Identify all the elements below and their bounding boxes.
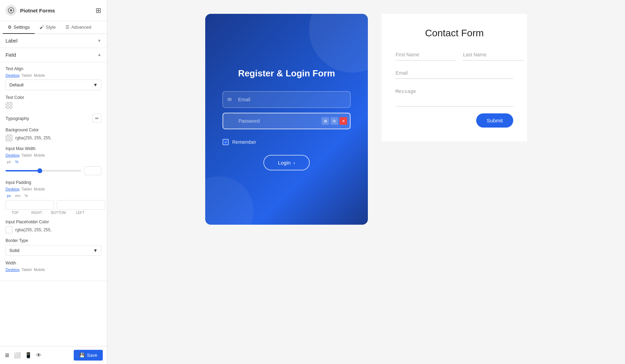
toolbar-icons: 🖥 ⬜ 📱 👁 (4, 352, 42, 358)
grid-icon[interactable]: ⊞ (96, 6, 101, 15)
background-color-label: Background Color (6, 128, 101, 132)
first-name-input[interactable] (396, 49, 456, 60)
field-section-body: Text Align Desktop Tablet Mobile Default… (0, 62, 107, 281)
desktop-icon[interactable]: 🖥 (4, 352, 10, 358)
unit-percent[interactable]: % (14, 159, 20, 164)
pad-device-desktop[interactable]: Desktop (6, 187, 19, 191)
last-name-group (463, 49, 524, 60)
copy-ctrl-btn[interactable]: ⧉ (330, 117, 338, 125)
border-dropdown-chevron: ▼ (93, 248, 98, 253)
input-max-width-label: Input Max Width (6, 146, 101, 151)
width-device-mobile[interactable]: Mobile (34, 268, 45, 272)
pad-unit-em[interactable]: em (14, 193, 22, 198)
register-form-card: Register & Login Form ✉ ⊞ ⧉ ✕ ✓ Remember… (205, 14, 368, 225)
imw-device-mobile[interactable]: Mobile (34, 153, 45, 157)
pad-device-tablet[interactable]: Tablet (21, 187, 31, 191)
typography-edit-btn[interactable]: ✏ (92, 114, 101, 123)
pad-unit-px[interactable]: px (6, 193, 12, 198)
text-align-label: Text Align (6, 66, 101, 71)
tab-style[interactable]: 🖌 Style (35, 21, 61, 34)
slider-input[interactable] (84, 166, 101, 175)
message-group (396, 86, 513, 106)
label-section-arrow: ▼ (97, 38, 101, 43)
remember-row: ✓ Remember (223, 139, 351, 145)
typography-row: Typography ✏ (6, 114, 101, 123)
left-panel: Piotnet Forms ⊞ ⚙ Settings 🖌 Style ☰ Adv… (0, 0, 107, 364)
email-input-wrapper: ✉ (223, 91, 351, 108)
width-device-tablet[interactable]: Tablet (21, 268, 31, 272)
panel-tabs: ⚙ Settings 🖌 Style ☰ Advanced (0, 21, 107, 34)
pad-unit-percent[interactable]: % (23, 193, 29, 198)
grid-ctrl-btn[interactable]: ⊞ (321, 117, 329, 125)
text-align-dropdown[interactable]: Default ▼ (6, 80, 101, 90)
contact-email-input[interactable] (396, 67, 513, 79)
input-padding-label: Input Padding (6, 180, 101, 185)
login-arrow-icon: › (293, 160, 295, 166)
settings-icon: ⚙ (8, 25, 12, 30)
background-color-field: Background Color rgba(255, 255, 255, (6, 128, 101, 141)
input-max-width-device-tabs: Desktop Tablet Mobile (6, 153, 101, 157)
pad-label-bottom: BOTTOM (49, 211, 68, 215)
preview-icon[interactable]: 👁 (36, 352, 42, 358)
contact-form-title: Contact Form (396, 28, 513, 39)
section-label[interactable]: Label ▼ (0, 34, 107, 48)
close-ctrl-btn[interactable]: ✕ (339, 117, 347, 125)
submit-row: Submit (396, 113, 513, 128)
width-device-tabs: Desktop Tablet Mobile (6, 268, 101, 272)
panel-header-left: Piotnet Forms (6, 5, 55, 16)
password-input-wrapper: ⊞ ⧉ ✕ (223, 113, 351, 129)
tab-advanced[interactable]: ☰ Advanced (61, 21, 96, 34)
style-icon: 🖌 (39, 25, 44, 30)
main-canvas: Register & Login Form ✉ ⊞ ⧉ ✕ ✓ Remember… (107, 0, 625, 364)
imw-device-tablet[interactable]: Tablet (21, 153, 31, 157)
unit-px[interactable]: px (6, 159, 12, 164)
email-icon: ✉ (227, 96, 232, 103)
first-name-group (396, 49, 456, 60)
save-icon: 💾 (79, 353, 85, 358)
remember-checkbox[interactable]: ✓ (223, 139, 229, 145)
logo-icon (6, 5, 17, 16)
background-color-value: rgba(255, 255, 255, (15, 136, 52, 140)
placeholder-color-swatch[interactable] (6, 226, 12, 233)
slider-thumb[interactable] (37, 168, 42, 173)
message-input[interactable] (396, 86, 513, 106)
width-label: Width (6, 261, 101, 265)
tab-settings[interactable]: ⚙ Settings (3, 21, 35, 34)
password-input-controls: ⊞ ⧉ ✕ (321, 117, 347, 125)
text-color-swatch[interactable] (6, 102, 12, 109)
svg-point-1 (10, 9, 12, 11)
pad-label-left: LEFT (71, 211, 90, 215)
device-tab-mobile[interactable]: Mobile (34, 73, 45, 77)
padding-device-tabs: Desktop Tablet Mobile (6, 187, 101, 191)
save-button[interactable]: 💾 Save (74, 350, 103, 361)
padding-unit-tabs: px em % (6, 193, 101, 198)
panel-content: Label ▼ Field ▼ Text Align Desktop Table… (0, 34, 107, 364)
border-type-label: Border Type (6, 238, 101, 243)
panel-title: Piotnet Forms (20, 8, 55, 13)
width-device-desktop[interactable]: Desktop (6, 268, 19, 272)
section-field[interactable]: Field ▼ (0, 48, 107, 62)
email-input[interactable] (223, 91, 351, 108)
border-type-dropdown[interactable]: Solid ▼ (6, 245, 101, 256)
pad-device-mobile[interactable]: Mobile (34, 187, 45, 191)
device-tab-desktop[interactable]: Desktop (6, 73, 19, 77)
checkbox-check: ✓ (224, 140, 227, 144)
padding-top-input[interactable] (6, 200, 54, 210)
border-type-field: Border Type Solid ▼ (6, 238, 101, 256)
pad-label-top: TOP (6, 211, 25, 215)
background-color-swatch[interactable] (6, 134, 12, 141)
padding-right-input[interactable] (57, 200, 105, 210)
last-name-input[interactable] (463, 49, 524, 60)
imw-device-desktop[interactable]: Desktop (6, 153, 19, 157)
login-button[interactable]: Login › (263, 155, 310, 170)
padding-inputs-row: 🔗 (6, 200, 101, 210)
tablet-landscape-icon[interactable]: ⬜ (14, 352, 21, 358)
device-tab-tablet[interactable]: Tablet (21, 73, 31, 77)
placeholder-color-row: rgba(255, 255, 255, (6, 226, 101, 233)
submit-button[interactable]: Submit (476, 113, 513, 128)
register-form-title: Register & Login Form (238, 68, 335, 79)
background-color-row: rgba(255, 255, 255, (6, 134, 101, 141)
tablet-portrait-icon[interactable]: 📱 (25, 352, 32, 358)
text-align-device-tabs: Desktop Tablet Mobile (6, 73, 101, 77)
typography-field: Typography ✏ (6, 114, 101, 123)
